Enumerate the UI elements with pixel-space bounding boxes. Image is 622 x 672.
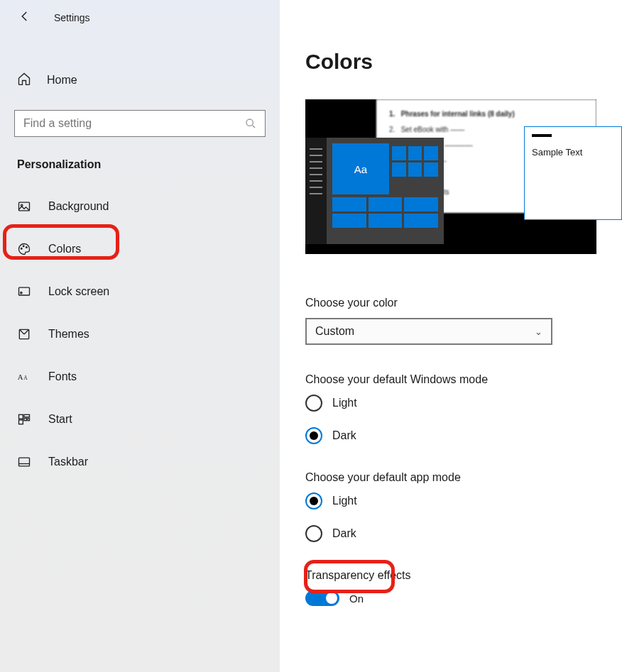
search-box[interactable] xyxy=(14,110,266,137)
choose-color-select[interactable]: Custom ⌄ xyxy=(305,318,552,345)
radio-icon xyxy=(305,395,322,412)
sidebar-section-title: Personalization xyxy=(0,137,280,177)
svg-rect-14 xyxy=(28,418,30,420)
svg-text:A: A xyxy=(18,373,23,381)
choose-color-label: Choose your color xyxy=(305,297,596,309)
sidebar-item-label: Fonts xyxy=(48,370,77,383)
radio-icon xyxy=(305,492,322,509)
svg-text:A: A xyxy=(23,375,28,381)
sidebar-item-background[interactable]: Background xyxy=(0,189,280,224)
svg-point-4 xyxy=(23,246,24,247)
app-mode-dark[interactable]: Dark xyxy=(305,525,596,542)
preview-sample-text: Sample Text xyxy=(532,147,582,158)
transparency-toggle[interactable] xyxy=(305,590,339,606)
svg-point-5 xyxy=(26,247,28,248)
sidebar-item-label: Taskbar xyxy=(48,456,88,468)
chevron-down-icon: ⌄ xyxy=(535,326,542,337)
svg-point-3 xyxy=(21,248,22,249)
svg-rect-13 xyxy=(24,418,26,420)
windows-mode-label: Choose your default Windows mode xyxy=(305,373,596,386)
svg-rect-11 xyxy=(19,414,23,419)
fonts-icon: AA xyxy=(17,370,31,384)
svg-point-0 xyxy=(246,119,253,126)
sidebar-item-fonts[interactable]: AA Fonts xyxy=(0,360,280,394)
radio-label: Light xyxy=(332,397,357,409)
page-title: Colors xyxy=(305,50,596,74)
lock-screen-icon xyxy=(17,285,31,299)
transparency-label: Transparency effects xyxy=(305,569,596,582)
sidebar-item-colors[interactable]: Colors xyxy=(0,232,280,266)
search-input[interactable] xyxy=(23,117,245,130)
color-preview: 1. Phrases for internal links (8 daily) … xyxy=(305,99,596,254)
radio-icon xyxy=(305,525,322,542)
sidebar-nav: Background Colors Lock screen Themes AA … xyxy=(0,189,280,479)
svg-rect-15 xyxy=(19,420,23,424)
windows-mode-group: Choose your default Windows mode Light D… xyxy=(305,373,596,444)
app-mode-group: Choose your default app mode Light Dark xyxy=(305,471,596,542)
preview-tile-aa: Aa xyxy=(332,143,389,194)
sidebar-item-label: Themes xyxy=(48,328,89,341)
svg-point-7 xyxy=(21,292,22,294)
preview-sample-window: Sample Text xyxy=(524,126,622,220)
themes-icon xyxy=(17,327,31,341)
sidebar-item-label: Start xyxy=(48,413,72,426)
sidebar-item-themes[interactable]: Themes xyxy=(0,317,280,351)
radio-label: Dark xyxy=(332,527,356,540)
sidebar-item-label: Colors xyxy=(48,243,81,255)
sidebar-item-label: Background xyxy=(48,200,109,213)
settings-sidebar: Settings Home Personalization Background… xyxy=(0,0,280,672)
radio-icon xyxy=(305,427,322,444)
sidebar-home-label: Home xyxy=(47,74,77,87)
sidebar-item-lock-screen[interactable]: Lock screen xyxy=(0,275,280,309)
transparency-value: On xyxy=(349,593,364,605)
app-title: Settings xyxy=(54,12,90,23)
picture-icon xyxy=(17,199,31,214)
sidebar-home[interactable]: Home xyxy=(0,63,280,97)
sidebar-item-taskbar[interactable]: Taskbar xyxy=(0,445,280,479)
taskbar-icon xyxy=(17,455,31,469)
sidebar-item-start[interactable]: Start xyxy=(0,402,280,436)
main-panel: Colors 1. Phrases for internal links (8 … xyxy=(280,0,622,672)
app-mode-light[interactable]: Light xyxy=(305,492,596,509)
transparency-row: On xyxy=(305,590,596,606)
palette-icon xyxy=(17,242,31,256)
radio-label: Dark xyxy=(332,429,356,442)
radio-label: Light xyxy=(332,495,357,507)
top-bar: Settings xyxy=(0,0,280,32)
windows-mode-light[interactable]: Light xyxy=(305,395,596,412)
svg-rect-12 xyxy=(24,414,30,417)
svg-rect-16 xyxy=(19,458,30,466)
app-mode-label: Choose your default app mode xyxy=(305,471,596,484)
sidebar-item-label: Lock screen xyxy=(48,285,109,298)
preview-start-menu: Aa xyxy=(305,138,444,244)
search-icon xyxy=(245,118,256,129)
windows-mode-dark[interactable]: Dark xyxy=(305,427,596,444)
back-icon[interactable] xyxy=(18,10,31,25)
choose-color-value: Custom xyxy=(315,325,354,338)
start-icon xyxy=(17,412,31,426)
home-icon xyxy=(17,72,31,89)
svg-rect-6 xyxy=(19,287,30,295)
